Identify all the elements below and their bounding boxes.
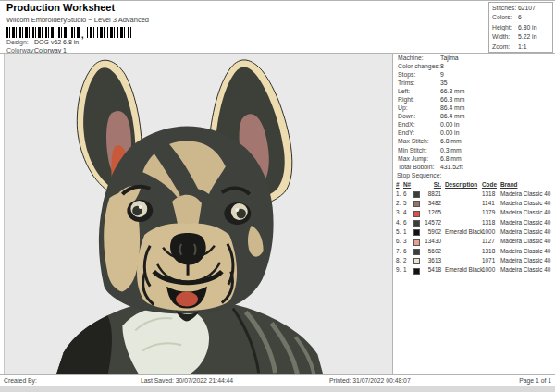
stop-brand: Madeira Classic 40 [500,266,553,273]
stop-brand: Madeira Classic 40 [500,219,553,226]
stop-stitches: 5902 [419,228,441,235]
app-subtitle: Wilcom EmbroideryStudio ~ Level 3 Advanc… [6,16,149,24]
machine-value: 66.3 mm [440,96,464,103]
machine-value: 86.4 mm [440,104,464,111]
stat-label: Stitches: [492,5,516,11]
stat-zoom: Zoom:1:1 [492,43,552,53]
stop-sequence-table: # N# St. Description Code Brand 1.688211… [395,181,553,276]
bottom-strip [0,386,555,392]
stop-needle: 3 [403,238,413,244]
stop-description: Emerald Black [445,228,486,235]
machine-label: Down: [398,113,415,119]
stop-row: 8.236131071Madeira Classic 40 [395,257,553,266]
stat-value: 6 [518,14,522,20]
col-header-stitches: St. [419,181,441,188]
stop-row: 2.534821141Madeira Classic 40 [395,200,553,209]
stop-row: 4.6145721318Madeira Classic 40 [395,219,553,228]
page-title: Production Worksheet [6,2,115,13]
stat-label: Height: [492,24,512,31]
machine-label: Up: [398,104,408,111]
machine-row: EndY:0.00 in [395,129,553,138]
machine-label: Left: [398,88,410,94]
machine-label: Trims: [398,80,415,86]
stop-code: 1379 [482,209,500,215]
design-label: Design: [6,39,29,45]
stop-code: 1318 [482,190,500,197]
stat-value: 6.80 in [518,24,536,31]
stop-code: 1000 [482,228,500,235]
stop-stitches: 1265 [419,209,441,215]
stop-needle: 5 [403,200,413,206]
stat-height: Height:6.80 in [492,24,552,33]
stat-value: 62107 [518,5,536,11]
stop-code: 1318 [482,248,500,254]
footer: Created By: Last Saved: 30/07/2022 21:44… [0,375,555,386]
dog-chest-patch [122,306,209,374]
created-by-label: Created By: [4,377,37,384]
design-stats-box: Stitches:62107 Colors:6 Height:6.80 in W… [488,2,553,53]
stop-needle: 4 [403,209,413,215]
stop-stitches: 8821 [419,190,441,197]
machine-label: EndY: [398,129,414,136]
barcode-bars-group2 [87,27,131,38]
stop-row: 7.656021318Madeira Classic 40 [395,248,553,257]
stop-sequence-title: Stop Sequence: [397,172,441,178]
design-preview-area [4,54,393,375]
machine-value: Tajima [440,55,459,61]
stop-needle: 6 [403,190,413,197]
last-saved-text: Last Saved: 30/07/2022 21:44:44 [141,377,233,384]
stat-width: Width:5.22 in [492,33,552,43]
stat-colors: Colors:6 [492,14,552,23]
barcode-bars-group1 [6,27,80,38]
machine-value: 431.52ft [440,164,463,170]
stop-stitches: 5602 [419,248,441,254]
stop-description: Emerald Black [445,266,486,273]
stop-brand: Madeira Classic 40 [500,238,553,244]
stop-stitches: 5418 [419,266,441,273]
stop-brand: Madeira Classic 40 [500,248,553,254]
stat-label: Zoom: [492,43,510,50]
stat-value: 5.22 in [518,33,536,40]
stop-needle: 1 [403,266,413,273]
stop-row: 3.412651379Madeira Classic 40 [395,209,553,218]
machine-value: 8 [440,63,444,69]
machine-row: Color changes:8 [395,63,553,71]
stat-stitches: Stitches:62107 [492,5,552,14]
machine-value: 0.3 mm [440,147,462,153]
machine-info-panel: Machine:Tajima Color changes:8 Stops:9 T… [395,55,553,172]
stop-stitches: 14572 [419,219,441,226]
stop-needle: 2 [403,257,413,263]
stop-brand: Madeira Classic 40 [500,200,553,206]
stop-row: 1.688211318Madeira Classic 40 [395,190,553,200]
printed-text: Printed: 31/07/2022 00:48:07 [329,377,411,384]
machine-row: Right:66.3 mm [395,96,553,104]
machine-row: Machine:Tajima [395,55,553,63]
machine-value: 6.8 mm [440,138,462,144]
machine-row: Max Jump:6.8 mm [395,155,553,164]
stop-code: 1318 [482,219,500,226]
machine-row: Down:86.4 mm [395,113,553,121]
col-header-needle: N# [403,181,413,188]
machine-value: 86.4 mm [440,113,464,119]
machine-label: Right: [398,96,414,103]
stop-code: 1127 [482,238,500,244]
production-worksheet-page: Production Worksheet Wilcom EmbroiderySt… [0,0,555,392]
stop-code: 1141 [482,200,500,206]
stop-brand: Madeira Classic 40 [500,209,553,215]
machine-value: 9 [440,71,444,78]
machine-row: Max Stitch:6.8 mm [395,138,553,146]
machine-row: Trims:35 [395,80,553,88]
stop-brand: Madeira Classic 40 [500,228,553,235]
machine-value: 35 [440,80,448,86]
col-header-description: Description [445,181,486,188]
stat-value: 1:1 [518,43,526,50]
stop-needle: 6 [403,248,413,254]
stop-stitches: 3613 [419,257,441,263]
machine-row: Min Stitch:0.3 mm [395,147,553,155]
col-header-brand: Brand [500,181,553,188]
stop-brand: Madeira Classic 40 [500,257,553,263]
stop-needle: 6 [403,219,413,226]
stop-code: 1071 [482,257,500,263]
machine-row: EndX:0.00 in [395,121,553,129]
machine-row: Up:86.4 mm [395,104,553,113]
